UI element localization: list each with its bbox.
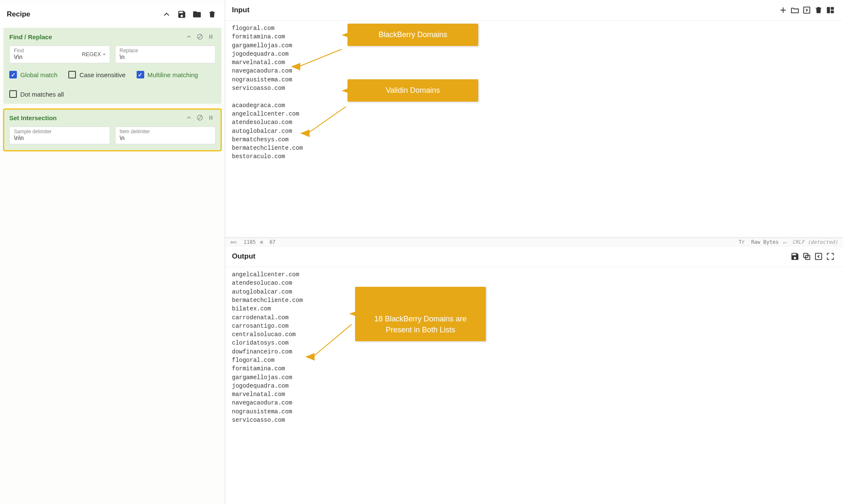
- replace-input-icon[interactable]: [813, 251, 824, 262]
- sample-delimiter-label: Sample delimiter: [14, 129, 105, 135]
- line-count: ≡ 67: [260, 239, 275, 245]
- svg-rect-3: [211, 35, 212, 38]
- item-delimiter-input[interactable]: [120, 135, 211, 141]
- collapse-op-icon[interactable]: [184, 113, 194, 122]
- raw-bytes-toggle[interactable]: Tr Raw Bytes: [738, 239, 778, 245]
- regex-dropdown[interactable]: REGEX: [82, 51, 106, 57]
- reset-layout-icon[interactable]: [824, 4, 836, 16]
- callout-output: 18 BlackBerry Domains are Present in Bot…: [355, 287, 486, 341]
- input-header: Input: [225, 0, 843, 21]
- recipe-pane: Recipe Find / Replace: [0, 0, 225, 504]
- svg-rect-2: [210, 35, 210, 38]
- item-delimiter-label: Item delimiter: [120, 129, 211, 135]
- replace-input[interactable]: [120, 54, 211, 60]
- operation-set-intersection: Set Intersection Sample delimiter Item d…: [3, 109, 221, 151]
- check-dot-matches-all[interactable]: Dot matches all: [9, 90, 64, 98]
- io-pane: Input flogoral.com formitamina.com garga…: [225, 0, 843, 504]
- callout-blackberry: BlackBerry Domains: [347, 24, 478, 46]
- input-title: Input: [232, 6, 777, 14]
- pause-op-icon[interactable]: [206, 32, 215, 41]
- svg-rect-13: [831, 7, 834, 10]
- replace-field[interactable]: Replace: [115, 46, 216, 63]
- output-title: Output: [232, 252, 789, 261]
- svg-rect-14: [831, 11, 834, 13]
- operation-find-replace: Find / Replace Find REGEX Replace: [3, 28, 221, 104]
- callout-validin: Validin Domains: [347, 79, 478, 102]
- input-text[interactable]: flogoral.com formitamina.com gargamelloj…: [225, 21, 843, 164]
- svg-rect-7: [210, 116, 210, 119]
- input-status-bar: aec 1185 ≡ 67 Tr Raw Bytes ↵ CRLF (detec…: [225, 238, 843, 246]
- replace-label: Replace: [120, 48, 211, 54]
- sample-delimiter-field[interactable]: Sample delimiter: [9, 127, 110, 144]
- svg-marker-4: [103, 54, 105, 55]
- svg-line-1: [198, 35, 202, 38]
- collapse-op-icon[interactable]: [184, 32, 194, 41]
- sample-delimiter-input[interactable]: [14, 135, 105, 141]
- svg-rect-8: [211, 116, 212, 119]
- check-global-match[interactable]: Global match: [9, 71, 57, 78]
- load-recipe-icon[interactable]: [191, 8, 203, 20]
- add-input-tab-icon[interactable]: [777, 4, 789, 16]
- input-section: Input flogoral.com formitamina.com garga…: [225, 0, 843, 238]
- output-section: Output angelcallcenter.com atendesolucao…: [225, 246, 843, 504]
- find-field[interactable]: Find REGEX: [9, 46, 110, 63]
- svg-rect-17: [816, 253, 822, 260]
- char-count: aec 1185: [230, 239, 256, 245]
- check-case-insensitive[interactable]: Case insensitive: [68, 71, 125, 78]
- item-delimiter-field[interactable]: Item delimiter: [115, 127, 216, 144]
- output-header: Output: [225, 246, 843, 267]
- collapse-recipe-icon[interactable]: [161, 8, 172, 20]
- clear-recipe-icon[interactable]: [206, 8, 218, 20]
- open-file-icon[interactable]: [801, 4, 813, 16]
- save-output-icon[interactable]: [789, 251, 801, 262]
- recipe-title: Recipe: [7, 10, 157, 19]
- recipe-header: Recipe: [0, 3, 225, 25]
- disable-op-icon[interactable]: [195, 32, 205, 41]
- svg-line-6: [198, 116, 202, 119]
- eol-indicator[interactable]: ↵ CRLF (detected): [783, 239, 838, 245]
- pause-op-icon[interactable]: [206, 113, 215, 122]
- op-title: Find / Replace: [9, 33, 183, 40]
- svg-rect-11: [804, 7, 810, 13]
- copy-output-icon[interactable]: [801, 251, 813, 262]
- op-title: Set Intersection: [9, 114, 183, 121]
- open-folder-icon[interactable]: [789, 4, 801, 16]
- svg-rect-12: [827, 7, 830, 13]
- disable-op-icon[interactable]: [195, 113, 205, 122]
- output-text: angelcallcenter.com atendesolucao.com au…: [225, 267, 843, 428]
- check-multiline[interactable]: Multiline matching: [137, 71, 198, 78]
- save-recipe-icon[interactable]: [176, 8, 188, 20]
- maximize-output-icon[interactable]: [824, 251, 836, 262]
- clear-input-icon[interactable]: [813, 4, 824, 16]
